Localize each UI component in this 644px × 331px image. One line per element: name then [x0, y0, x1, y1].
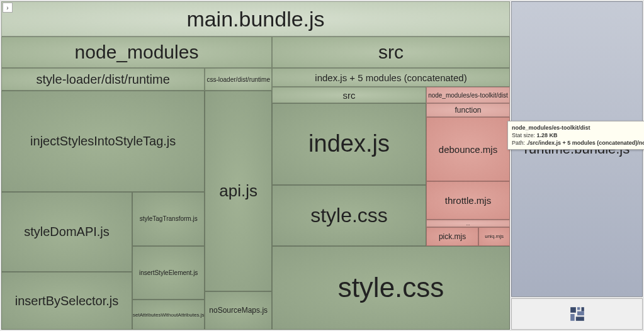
node-modules-title-label: node_modules — [75, 42, 199, 63]
inject-styles-node[interactable]: injectStylesIntoStyleTag.js — [1, 91, 205, 192]
concat-title-label: index.js + 5 modules (concatenated) — [315, 72, 466, 83]
set-attributes-label: setAttributesWithoutAttributes.js — [133, 312, 204, 318]
css-loader-runtime-label: css-loader/dist/runtime — [206, 76, 270, 83]
style-css-outer-label: style.css — [338, 272, 444, 303]
style-tag-transform-label: styleTagTransform.js — [140, 215, 198, 222]
api-js-node[interactable]: api.js — [205, 91, 272, 291]
tooltip-path-label: Path: — [512, 140, 525, 146]
debounce-label: debounce.mjs — [439, 144, 497, 155]
hover-tooltip: node_modules/es-toolkit/dist Stat size: … — [507, 121, 644, 150]
foamtree-logo-icon — [569, 306, 585, 322]
svg-rect-5 — [575, 317, 584, 321]
concat-title-node[interactable]: index.js + 5 modules (concatenated) — [272, 68, 510, 87]
throttle-label: throttle.mjs — [445, 195, 491, 206]
main-bundle-pane: main.bundle.js node_modules style-loader… — [1, 1, 510, 330]
app-root: › main.bundle.js node_modules style-load… — [0, 0, 644, 331]
main-bundle-title-label: main.bundle.js — [186, 7, 324, 31]
concat-group: index.js + 5 modules (concatenated) src … — [272, 68, 510, 246]
throttle-node[interactable]: throttle.mjs — [426, 181, 510, 220]
style-dom-api-node[interactable]: styleDomAPI.js — [1, 192, 132, 272]
uniq-node[interactable]: uniq.mjs — [478, 227, 510, 245]
svg-rect-4 — [570, 314, 575, 321]
index-js-node[interactable]: index.js — [272, 103, 426, 185]
es-toolkit-dist-label: node_modules/es-toolkit/dist — [428, 92, 508, 99]
insert-by-selector-label: insertBySelector.js — [15, 294, 119, 308]
index-js-label: index.js — [308, 130, 390, 157]
es-toolkit-group: node_modules/es-toolkit/dist function de… — [426, 87, 510, 246]
style-tag-transform-node[interactable]: styleTagTransform.js — [132, 192, 205, 245]
uniq-label: uniq.mjs — [485, 233, 504, 239]
src-inner-title-node[interactable]: src — [272, 87, 426, 103]
es-toolkit-function-title[interactable]: function — [426, 103, 510, 117]
no-source-maps-label: noSourceMaps.js — [209, 306, 268, 315]
tooltip-path-value: ./src/index.js + 5 modules (concatenated… — [527, 140, 644, 146]
no-source-maps-node[interactable]: noSourceMaps.js — [205, 291, 272, 330]
api-js-label: api.js — [219, 181, 257, 201]
svg-rect-0 — [570, 307, 576, 313]
style-css-outer-node[interactable]: style.css — [272, 246, 510, 330]
svg-rect-1 — [577, 307, 580, 310]
insert-style-element-label: insertStyleElement.js — [139, 269, 198, 276]
set-attributes-node[interactable]: setAttributesWithoutAttributes.js — [132, 300, 205, 330]
style-loader-runtime-label: style-loader/dist/runtime — [37, 72, 170, 87]
foamtree-logo-cell[interactable] — [511, 298, 643, 330]
tooltip-size-value: 1.28 KB — [537, 132, 558, 138]
tooltip-title: node_modules/es-toolkit/dist — [512, 125, 590, 131]
style-css-inner-label: style.css — [310, 204, 388, 227]
es-toolkit-dist-title[interactable]: node_modules/es-toolkit/dist — [426, 87, 510, 103]
debounce-node[interactable]: debounce.mjs — [426, 117, 510, 181]
svg-rect-2 — [581, 307, 584, 311]
style-css-inner-node[interactable]: style.css — [272, 185, 426, 246]
src-title[interactable]: src — [272, 36, 510, 68]
src-group: src index.js + 5 modules (concatenated) … — [272, 36, 510, 330]
src-inner-title-label: src — [343, 90, 356, 101]
node-modules-title[interactable]: node_modules — [1, 36, 272, 68]
es-toolkit-ellipsis[interactable]: ... — [426, 220, 510, 227]
src-title-label: src — [378, 42, 404, 63]
node-modules-group: node_modules style-loader/dist/runtime i… — [1, 36, 272, 330]
svg-rect-3 — [577, 311, 584, 316]
inject-styles-label: injectStylesIntoStyleTag.js — [30, 134, 176, 149]
insert-style-element-node[interactable]: insertStyleElement.js — [132, 246, 205, 300]
pick-label: pick.mjs — [439, 232, 466, 241]
style-loader-runtime-node[interactable]: style-loader/dist/runtime — [1, 68, 205, 91]
right-pane: runtime.bundle.js node_modules/es-toolki… — [511, 1, 643, 330]
sidebar-toggle[interactable]: › — [3, 3, 13, 13]
style-dom-api-label: styleDomAPI.js — [24, 225, 110, 239]
es-toolkit-ellipsis-label: ... — [466, 221, 470, 227]
tooltip-size-label: Stat size: — [512, 132, 535, 138]
main-bundle-title[interactable]: main.bundle.js — [1, 1, 510, 36]
es-toolkit-function-label: function — [455, 106, 481, 115]
css-loader-runtime-node[interactable]: css-loader/dist/runtime — [205, 68, 272, 91]
insert-by-selector-node[interactable]: insertBySelector.js — [1, 272, 132, 330]
pick-node[interactable]: pick.mjs — [426, 227, 478, 245]
